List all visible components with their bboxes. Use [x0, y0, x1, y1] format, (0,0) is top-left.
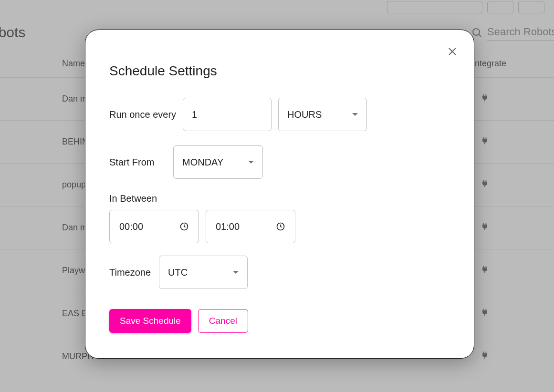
time-start-input[interactable]: 00:00: [109, 210, 199, 243]
timezone-label: Timezone: [109, 267, 152, 278]
interval-unit-select[interactable]: HOURS: [278, 98, 367, 131]
start-from-select[interactable]: MONDAY: [173, 145, 263, 179]
run-every-label: Run once every: [109, 109, 176, 120]
button-row: Save Schedule Cancel: [109, 309, 450, 333]
clock-icon: [179, 222, 189, 231]
start-from-label: Start From: [109, 157, 167, 168]
chevron-down-icon: [248, 161, 254, 164]
run-every-row: Run once every HOURS: [109, 98, 450, 131]
clock-icon: [276, 222, 285, 231]
in-between-label: In Between: [109, 193, 450, 204]
chevron-down-icon: [352, 113, 358, 116]
timezone-row: Timezone UTC: [109, 256, 450, 289]
start-from-row: Start From MONDAY: [109, 145, 450, 179]
chevron-down-icon: [233, 271, 239, 274]
interval-unit-value: HOURS: [287, 109, 322, 120]
close-button[interactable]: [448, 47, 457, 56]
timezone-select[interactable]: UTC: [159, 256, 248, 289]
cancel-button[interactable]: Cancel: [198, 309, 248, 333]
interval-value-input[interactable]: [183, 98, 272, 131]
start-from-value: MONDAY: [182, 157, 223, 168]
time-inputs: 00:00 01:00: [109, 210, 450, 243]
time-start-value: 00:00: [119, 221, 143, 232]
time-end-input[interactable]: 01:00: [206, 210, 295, 243]
timezone-value: UTC: [168, 267, 188, 278]
in-between-section: In Between 00:00 01:00: [109, 193, 450, 243]
time-end-value: 01:00: [216, 221, 240, 232]
modal-title: Schedule Settings: [109, 63, 450, 79]
schedule-settings-modal: Schedule Settings Run once every HOURS S…: [85, 30, 474, 359]
save-schedule-button[interactable]: Save Schedule: [109, 309, 191, 333]
